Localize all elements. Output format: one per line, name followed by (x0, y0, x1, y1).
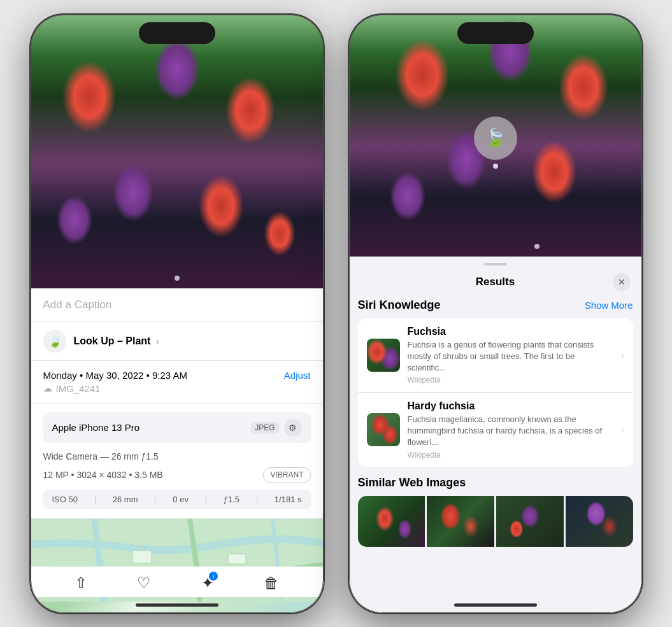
lookup-icon: 🍃 (43, 330, 66, 353)
similar-image-1[interactable] (358, 496, 425, 547)
fuchsia-thumbnail (367, 339, 400, 372)
similar-images-grid (358, 496, 633, 547)
meta-section: Monday • May 30, 2022 • 9:23 AM Adjust ☁… (31, 361, 324, 404)
filename-label: IMG_4241 (56, 383, 101, 394)
phone-1: Add a Caption 🍃 Look Up – Plant › (31, 15, 324, 613)
results-title: Results (378, 276, 613, 288)
lookup-label: Look Up – Plant › (74, 335, 159, 347)
info-button[interactable]: ✦ i (201, 574, 214, 592)
visual-search-leaf-icon: 🍃 (484, 127, 506, 148)
knowledge-item-hardy[interactable]: Hardy fuchsia Fuchsia magellanica, commo… (358, 393, 633, 467)
results-header: Results ✕ (349, 271, 642, 299)
style-badge: VIBRANT (263, 467, 310, 483)
notch (139, 22, 215, 44)
svg-rect-1 (132, 551, 152, 563)
search-dot (493, 164, 498, 169)
format-badge: JPEG (251, 422, 278, 433)
exif-focal: 26 mm (113, 495, 138, 504)
favorite-button[interactable]: ♡ (137, 574, 151, 592)
notch-2 (457, 22, 534, 44)
page-indicator-2 (534, 244, 540, 249)
knowledge-card: Fuchsia Fuchsia is a genus of flowering … (358, 318, 633, 467)
knowledge-item-fuchsia[interactable]: Fuchsia Fuchsia is a genus of flowering … (358, 318, 633, 393)
mp-info: 12 MP • 3024 × 4032 • 3.5 MB (43, 468, 163, 482)
adjust-button[interactable]: Adjust (284, 370, 311, 381)
show-more-button[interactable]: Show More (585, 300, 633, 311)
hardy-desc: Fuchsia magellanica, commonly known as t… (408, 414, 613, 449)
siri-knowledge-title: Siri Knowledge (358, 299, 441, 312)
lookup-chevron-icon: › (156, 336, 159, 346)
similar-image-4[interactable] (566, 496, 633, 547)
hardy-source: Wikipedia (408, 451, 613, 460)
fuchsia-desc: Fuchsia is a genus of flowering plants t… (408, 339, 613, 374)
caption-placeholder: Add a Caption (43, 299, 112, 311)
phone-2: 🍃 Results ✕ Siri (349, 15, 642, 613)
info-badge: i (209, 572, 218, 581)
home-indicator-2[interactable] (454, 603, 537, 607)
cloud-icon: ☁ (43, 383, 52, 393)
camera-model: Apple iPhone 13 Pro (52, 422, 140, 433)
share-button[interactable]: ⇧ (75, 574, 87, 592)
similar-images-title: Similar Web Images (358, 476, 466, 490)
photo-display[interactable] (31, 15, 324, 288)
similar-image-3[interactable] (496, 496, 564, 547)
results-panel: Results ✕ Siri Knowledge Show More (349, 257, 642, 613)
delete-button[interactable]: 🗑 (264, 574, 279, 592)
fuchsia-chevron-icon: › (621, 350, 624, 360)
hardy-name: Hardy fuchsia (408, 400, 613, 412)
exif-aperture: ƒ1.5 (224, 495, 239, 504)
fuchsia-name: Fuchsia (408, 326, 613, 337)
lookup-row[interactable]: 🍃 Look Up – Plant › (31, 322, 324, 361)
siri-knowledge-section: Siri Knowledge Show More Fuchsia (358, 299, 633, 467)
similar-images-section: Similar Web Images (358, 476, 633, 547)
home-indicator[interactable] (136, 603, 218, 607)
hardy-thumbnail (367, 413, 400, 446)
caption-field[interactable]: Add a Caption (31, 288, 324, 322)
fuchsia-source: Wikipedia (408, 376, 613, 384)
photo-date: Monday • May 30, 2022 • 9:23 AM (43, 370, 187, 381)
drag-handle[interactable] (484, 263, 507, 265)
leaf-icon: 🍃 (48, 334, 62, 348)
exif-ev: 0 ev (173, 495, 189, 504)
similar-image-2[interactable] (427, 496, 494, 547)
camera-settings-icon[interactable]: ⚙ (284, 419, 302, 437)
visual-search-bubble[interactable]: 🍃 (474, 116, 517, 160)
exif-shutter: 1/181 s (275, 495, 302, 504)
lens-info: Wide Camera — 26 mm ƒ1.5 (43, 449, 311, 463)
exif-iso: ISO 50 (52, 495, 78, 504)
hardy-chevron-icon: › (621, 425, 624, 435)
close-button[interactable]: ✕ (613, 273, 631, 291)
camera-section: Apple iPhone 13 Pro JPEG ⚙ Wide Camera —… (31, 404, 324, 519)
photo-display-2[interactable]: 🍃 (349, 15, 642, 257)
page-indicator (175, 276, 180, 281)
bottom-toolbar: ⇧ ♡ ✦ i 🗑 (31, 567, 324, 597)
svg-rect-3 (228, 554, 246, 564)
